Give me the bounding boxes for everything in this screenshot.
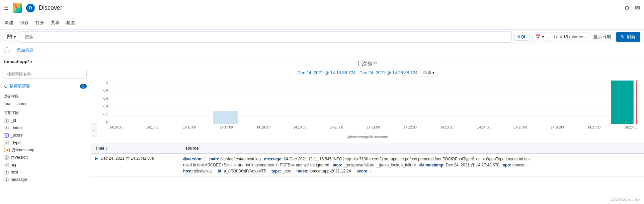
calendar-select[interactable]: 📅 ▾ (532, 33, 547, 41)
hit-count: 1 次命中 (98, 60, 637, 67)
refresh-button[interactable]: ↻ 刷新 (616, 32, 640, 42)
top-bar: ☰ D Discover ⚙ ✉ (0, 0, 644, 16)
show-date-button[interactable]: 显示日期 (591, 33, 614, 41)
chevron-left-icon: ‹ (93, 129, 94, 132)
time-cell: ▶ Dec 24, 2021 @ 14:27:42.678 (91, 154, 179, 176)
chart-bars (109, 81, 637, 124)
filter-bar: + 添加筛选 (0, 44, 644, 56)
content-area: ‹ 1 次命中 Dec 24, 2021 @ 14:13:38.724 - De… (91, 56, 644, 204)
field-type-t-4: t (4, 155, 9, 160)
time-range-selector[interactable]: Last 15 minutes (550, 33, 588, 41)
chart-y-axis: 1 0.8 0.6 0.4 0.2 0 (98, 81, 109, 124)
chevron-icon: ▾ (30, 59, 32, 64)
search-input-wrap (22, 31, 512, 43)
field-type-t: t (4, 118, 9, 123)
field-item-source[interactable]: src _source (0, 100, 91, 108)
field-item-timestamp[interactable]: ⏱ @timestamp (0, 146, 91, 154)
save-button[interactable]: 保存 (19, 18, 29, 27)
svg-point-1 (15, 5, 17, 8)
svg-point-3 (16, 8, 19, 10)
chart-container: 1 0.8 0.6 0.4 0.2 0 (98, 81, 637, 134)
chart-time-range: Dec 24, 2021 @ 14:13:38.724 - Dec 24, 20… (98, 69, 637, 76)
hamburger-icon[interactable]: ☰ (4, 5, 9, 11)
filter-icon[interactable] (4, 47, 10, 53)
chart-section: 1 次命中 Dec 24, 2021 @ 14:13:38.724 - Dec … (91, 56, 644, 143)
sidebar: tomcat-app* ▾ ⊙ 按类型筛选 0 选定字段 src _source… (0, 56, 91, 204)
app-avatar: D (26, 4, 35, 12)
inspect-button[interactable]: 检查 (66, 18, 76, 27)
kibana-logo (13, 3, 22, 13)
source-column-header: _source (179, 143, 644, 154)
page-title: Discover (39, 4, 620, 11)
new-button[interactable]: 新建 (4, 18, 14, 27)
search-type-select[interactable]: 💾 ▾ (4, 33, 19, 41)
watermark: CSDN @JiangXi~ (611, 197, 640, 201)
filter-by-type-row[interactable]: ⊙ 按类型筛选 0 (0, 81, 91, 91)
results-table: Time ↓ _source ▶ Dec 24, 2021 @ 14:27:42… (91, 143, 644, 176)
field-item-app[interactable]: t app (0, 161, 91, 168)
search-input[interactable] (25, 34, 509, 39)
field-type-t-7: t (4, 177, 9, 182)
timestamp-value: Dec 24, 2021 @ 14:27:42.678 (100, 156, 154, 161)
field-type-t-3: t (4, 141, 9, 145)
field-search-row (0, 67, 91, 81)
sort-icon: ↓ (105, 146, 107, 151)
field-search-input[interactable] (4, 70, 87, 79)
chevron-down-icon-2: ▾ (542, 34, 544, 39)
results-table-wrap[interactable]: Time ↓ _source ▶ Dec 24, 2021 @ 14:27:42… (91, 143, 644, 204)
index-name: tomcat-app* (4, 59, 29, 64)
field-type-t-2: t (4, 126, 9, 130)
field-type-t-5: t (4, 163, 9, 167)
table-row: ▶ Dec 24, 2021 @ 14:27:42.678 @version: … (91, 154, 644, 176)
field-name-source: _source (13, 102, 28, 106)
field-item-message[interactable]: t message (0, 176, 91, 183)
source-cell: @version: 1 path: /var/log/test/tomcat.l… (179, 154, 644, 176)
field-item-type[interactable]: t _type (0, 139, 91, 146)
available-fields-label: 可用字段 (0, 108, 91, 117)
field-type-t-6: t (4, 170, 9, 174)
svg-rect-11 (611, 81, 634, 124)
table-header-row: Time ↓ _source (91, 143, 644, 154)
field-item-host[interactable]: t host (0, 168, 91, 176)
chevron-down-icon-3: ▾ (432, 70, 434, 75)
chart-axis-title: @timestamp/30 seconds (98, 135, 637, 140)
field-item-version[interactable]: t @version (0, 154, 91, 161)
mail-icon[interactable]: ✉ (635, 4, 640, 12)
chevron-down-icon: ▾ (14, 34, 16, 39)
sidebar-collapse-toggle[interactable]: ‹ (91, 123, 97, 137)
filter-type-label: 按类型筛选 (10, 83, 78, 89)
calendar-icon: 📅 (535, 34, 541, 39)
selected-fields-label: 选定字段 (0, 91, 91, 100)
secondary-bar: 新建 保存 打开 共享 检查 (0, 16, 644, 30)
auto-interval-select[interactable]: 自动 ▾ (420, 69, 437, 76)
time-column-header[interactable]: Time ↓ (91, 143, 179, 154)
field-type-clock: ⏱ (4, 148, 10, 152)
field-type-src: src (4, 102, 11, 106)
chart-x-axis: 14:14:00 14:15:00 14:16:00 14:17:00 14:1… (109, 124, 637, 134)
field-item-id[interactable]: t _id (0, 117, 91, 124)
svg-rect-10 (213, 111, 238, 124)
search-bar: 💾 ▾ KQL 📅 ▾ Last 15 minutes 显示日期 ↻ 刷新 (0, 30, 644, 44)
filter-count-badge: 0 (80, 84, 87, 89)
field-type-hash: # (4, 133, 9, 138)
kql-badge[interactable]: KQL (514, 33, 530, 41)
main-layout: tomcat-app* ▾ ⊙ 按类型筛选 0 选定字段 src _source… (0, 56, 644, 204)
index-pattern-selector[interactable]: tomcat-app* ▾ (0, 56, 91, 67)
settings-icon[interactable]: ⚙ (624, 4, 630, 12)
field-item-index[interactable]: t _index (0, 124, 91, 132)
top-bar-icons: ⚙ ✉ (624, 4, 640, 12)
expand-row-icon[interactable]: ▶ (95, 156, 98, 161)
share-button[interactable]: 共享 (50, 18, 60, 27)
open-button[interactable]: 打开 (35, 18, 45, 27)
filter-type-icon: ⊙ (4, 84, 8, 89)
field-item-score[interactable]: # _score (0, 132, 91, 139)
svg-point-2 (18, 6, 20, 8)
refresh-icon: ↻ (621, 34, 625, 39)
add-filter-button[interactable]: + 添加筛选 (13, 47, 34, 53)
save-search-icon: 💾 (7, 34, 12, 39)
